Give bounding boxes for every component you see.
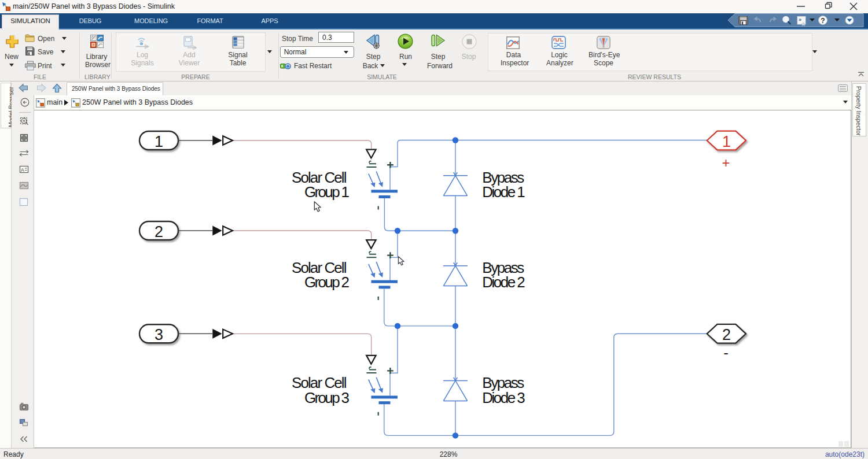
svg-text:Group 2: Group 2 [304, 273, 350, 291]
svg-text:2: 2 [155, 223, 163, 240]
svg-text:Diode 3: Diode 3 [482, 389, 525, 406]
svg-text:Diode 1: Diode 1 [482, 183, 525, 201]
svg-text:2: 2 [722, 326, 731, 343]
svg-text:1: 1 [722, 133, 731, 150]
svg-text:A: A [21, 167, 24, 173]
svg-text:-: - [723, 344, 729, 361]
svg-text:+: + [722, 155, 730, 171]
svg-text:»: » [799, 17, 801, 23]
svg-text:Group 1: Group 1 [304, 183, 350, 201]
svg-text:?: ? [821, 17, 825, 25]
svg-text:Diode 2: Diode 2 [482, 273, 525, 291]
svg-text:Group 3: Group 3 [304, 389, 350, 406]
svg-text:3: 3 [155, 326, 163, 343]
svg-text:1: 1 [155, 133, 163, 150]
